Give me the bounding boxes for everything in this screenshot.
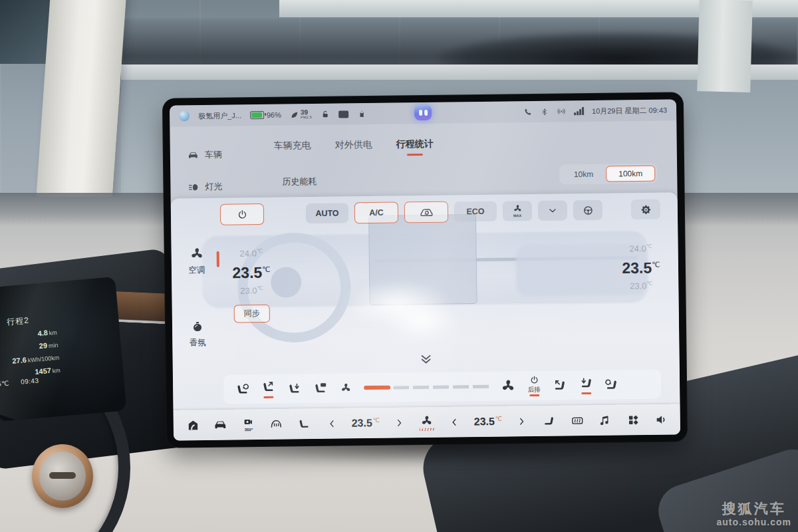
trip-stats: 4.8km 29min 27.6kWh/100km 1457km (0, 326, 61, 381)
lock-icon[interactable] (321, 110, 330, 119)
collapse-panel-button[interactable] (418, 351, 434, 367)
car-icon (213, 418, 227, 432)
driver-temp-control[interactable]: 24.0℃ 23.5℃ 23.0℃ 同步 (223, 244, 280, 323)
sync-button[interactable]: 同步 (234, 305, 270, 323)
voice-assistant-avatar[interactable] (414, 105, 432, 120)
climate-tab-fragrance[interactable]: 香氛 (180, 319, 215, 349)
passenger-temp-above: 24.0℃ (612, 239, 668, 257)
dock-passenger-temp: 23.5℃ (474, 415, 502, 428)
driver-airflow-feet-button[interactable] (286, 381, 302, 396)
seat-air-up-icon (260, 380, 275, 395)
vent-slot (49, 472, 75, 479)
user-avatar[interactable] (179, 110, 190, 121)
watermark: 搜狐汽车 auto.sohu.com (716, 500, 791, 528)
climate-power-button[interactable] (220, 203, 264, 225)
sidebar-item-vehicle[interactable]: 车辆 (188, 149, 222, 162)
apps-button[interactable] (624, 414, 642, 426)
expand-collapse-button[interactable] (538, 200, 567, 221)
driver-seat-sync-button[interactable] (234, 382, 250, 397)
seat-air-down-icon (578, 376, 593, 391)
tab-charging[interactable]: 车辆充电 (274, 140, 311, 158)
driver-temp-below: 23.0℃ (223, 281, 279, 299)
climate-tab-ac[interactable]: 空调 (180, 246, 215, 277)
double-chevron-down-icon (418, 351, 434, 367)
passenger-airflow-face-button[interactable] (552, 378, 568, 393)
driver-temp-up-button[interactable] (390, 418, 408, 428)
driver-seat-button[interactable] (296, 417, 313, 431)
range-10km-button[interactable]: 10km (561, 166, 606, 183)
tab-trip-stats[interactable]: 行程统计 (396, 138, 434, 156)
leaf-icon (290, 110, 299, 119)
volume-button[interactable] (652, 412, 670, 426)
charging-status-icon (338, 110, 348, 118)
center-touchscreen-bezel: 极氪用户_J... 96% 39PM2.5 1 (163, 92, 687, 448)
passenger-airflow-feet-button[interactable] (578, 376, 594, 394)
fan-icon (340, 382, 352, 394)
power-icon (236, 209, 247, 220)
media-button[interactable] (597, 414, 614, 427)
rear-climate-button[interactable]: 后排 (526, 375, 542, 396)
navigation-button[interactable] (184, 418, 201, 432)
vehicle-settings-page: 车辆 灯光 车辆充电 对外供电 行程统计 历史能耗 10km 100km (170, 120, 677, 198)
bright-window-band (121, 65, 798, 80)
passenger-temp-down-button[interactable] (446, 417, 464, 427)
eco-button[interactable]: ECO (454, 201, 497, 222)
instrument-cluster-display: 行程2 4.8km 29min 27.6kWh/100km 1457km 5℃ … (0, 277, 126, 422)
fan-speed-slider[interactable] (364, 384, 490, 390)
infotainment-screen: 极氪用户_J... 96% 39PM2.5 1 (170, 99, 680, 440)
battery-percent: 96% (267, 111, 281, 119)
steering-heat-button[interactable] (573, 200, 602, 221)
passenger-temp-below: 23.0℃ (613, 276, 669, 293)
airflow-controls-row: 后排 (223, 370, 661, 404)
airflow-mist (385, 301, 459, 341)
sidebar-item-lights[interactable]: 灯光 (188, 181, 222, 194)
bluetooth-icon[interactable] (540, 107, 549, 116)
round-air-vent-knob (32, 444, 93, 508)
app-grid-icon (626, 414, 639, 426)
passenger-seat-sync-button[interactable] (604, 377, 620, 392)
watermark-title: 搜狐汽车 (716, 500, 791, 517)
hotspot-icon[interactable] (557, 106, 566, 116)
dock-driver-temp: 23.5℃ (352, 417, 380, 430)
seat-air-down-icon (287, 381, 302, 396)
passenger-temp-control[interactable]: 24.0℃ 23.5℃ 23.0℃ (612, 239, 669, 294)
dock-fan-button[interactable] (418, 414, 436, 430)
vehicle-button[interactable] (212, 418, 229, 432)
camera-360-button[interactable]: 360° (240, 417, 257, 432)
rear-defrost-button[interactable] (569, 414, 586, 428)
front-defrost-button[interactable] (268, 417, 285, 431)
fan-icon (189, 246, 204, 261)
watermark-url: auto.sohu.com (716, 517, 791, 528)
bottom-dock: 360° 23.5℃ 23.5℃ (174, 404, 681, 440)
fan-max-button[interactable]: MAX (503, 201, 532, 221)
driver-airflow-screen-button[interactable] (312, 380, 328, 396)
car-icon (188, 150, 199, 161)
vent-inner (39, 452, 86, 501)
status-datetime: 10月29日 星期二 09:43 (592, 105, 667, 116)
status-right-group: 10月29日 星期二 09:43 (523, 105, 667, 117)
climate-settings-button[interactable] (631, 200, 660, 220)
rear-defrost-icon (570, 414, 584, 428)
user-name[interactable]: 极氪用户_J... (198, 110, 241, 121)
driver-airflow-face-button[interactable] (260, 380, 276, 398)
air-quality[interactable]: 39PM2.5 (290, 109, 312, 120)
passenger-seat-button[interactable] (541, 414, 558, 428)
ac-button[interactable]: A/C (354, 201, 398, 223)
range-100km-button[interactable]: 100km (606, 166, 655, 182)
sidebar-item-label: 灯光 (205, 181, 222, 193)
chevron-right-icon (516, 416, 526, 426)
phone-icon[interactable] (523, 108, 532, 116)
fan-icon (420, 414, 434, 427)
passenger-temp-up-button[interactable] (513, 416, 530, 426)
seat-sync-icon (604, 377, 619, 392)
auto-button[interactable]: AUTO (306, 203, 348, 223)
driver-temp-down-button[interactable] (324, 418, 341, 428)
history-energy-title: 历史能耗 (282, 176, 317, 188)
climate-panel: AUTO A/C ECO MAX (171, 192, 680, 410)
music-note-icon (598, 414, 612, 427)
recirculation-button[interactable] (404, 201, 448, 223)
tab-external-power[interactable]: 对外供电 (335, 139, 372, 157)
battery-icon (250, 111, 264, 119)
headlight-icon (188, 182, 199, 193)
fan-speed-max-icon (500, 378, 516, 394)
